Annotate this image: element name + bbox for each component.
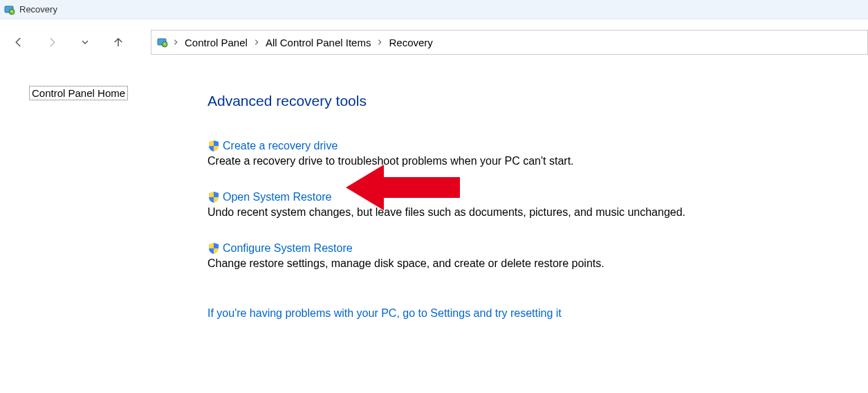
content-area: Control Panel Home Advanced recovery too…	[0, 65, 868, 320]
shield-icon	[207, 140, 220, 152]
shield-icon	[207, 191, 220, 203]
chevron-right-icon[interactable]	[253, 39, 260, 46]
breadcrumb-control-panel[interactable]: Control Panel	[183, 37, 249, 48]
shield-icon	[207, 242, 220, 255]
create-recovery-drive-link[interactable]: Create a recovery drive	[223, 140, 338, 152]
title-bar: Recovery	[0, 0, 868, 19]
sidebar: Control Panel Home	[0, 86, 207, 320]
option-configure-system-restore: Configure System Restore Change restore …	[207, 242, 847, 270]
open-system-restore-link[interactable]: Open System Restore	[223, 191, 331, 203]
control-panel-home-link[interactable]: Control Panel Home	[29, 86, 128, 100]
up-button[interactable]	[112, 36, 124, 48]
reset-pc-link[interactable]: If you're having problems with your PC, …	[207, 307, 562, 320]
configure-system-restore-desc: Change restore settings, manage disk spa…	[207, 257, 847, 270]
recent-dropdown[interactable]	[79, 36, 91, 48]
breadcrumb-recovery[interactable]: Recovery	[387, 37, 434, 48]
chevron-right-icon[interactable]	[172, 39, 179, 46]
back-button[interactable]	[12, 36, 25, 48]
option-open-system-restore: Open System Restore Undo recent system c…	[207, 191, 847, 219]
window-title: Recovery	[19, 4, 57, 15]
open-system-restore-desc: Undo recent system changes, but leave fi…	[207, 206, 847, 219]
option-create-recovery-drive: Create a recovery drive Create a recover…	[207, 140, 847, 167]
page-heading: Advanced recovery tools	[207, 93, 847, 109]
breadcrumb-all-items[interactable]: All Control Panel Items	[264, 37, 373, 48]
main-panel: Advanced recovery tools Create a recover…	[207, 86, 868, 320]
recovery-icon	[157, 37, 168, 48]
forward-button[interactable]	[46, 36, 58, 48]
create-recovery-drive-desc: Create a recovery drive to troubleshoot …	[207, 155, 847, 167]
configure-system-restore-link[interactable]: Configure System Restore	[223, 242, 353, 255]
recovery-icon	[4, 4, 15, 15]
address-bar[interactable]: Control Panel All Control Panel Items Re…	[151, 30, 868, 55]
chevron-right-icon[interactable]	[376, 39, 383, 46]
nav-buttons	[12, 36, 124, 48]
nav-row: Control Panel All Control Panel Items Re…	[0, 19, 868, 65]
